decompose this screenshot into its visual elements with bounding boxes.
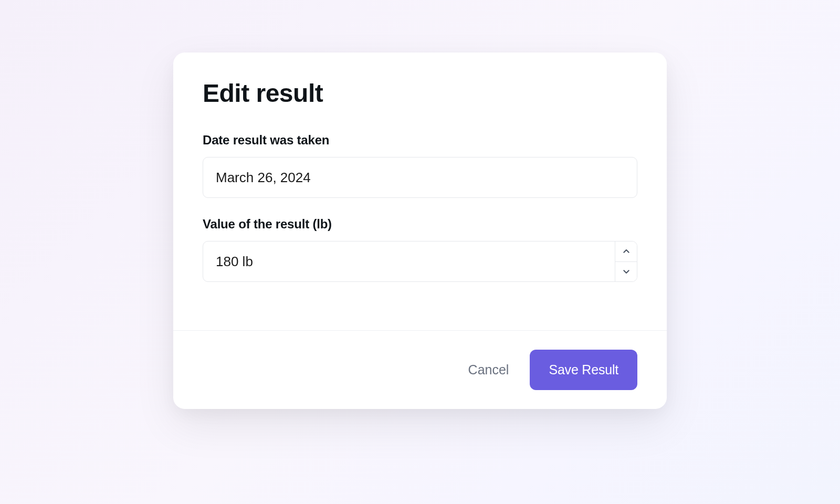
value-field-label: Value of the result (lb) — [203, 217, 637, 232]
value-field-group: Value of the result (lb) — [203, 217, 637, 282]
modal-body: Edit result Date result was taken Value … — [173, 52, 667, 330]
edit-result-modal: Edit result Date result was taken Value … — [173, 52, 667, 409]
modal-footer: Cancel Save Result — [173, 330, 667, 409]
stepper-down-button[interactable] — [615, 262, 637, 282]
value-stepper — [203, 241, 637, 282]
stepper-controls — [615, 242, 637, 281]
date-field-label: Date result was taken — [203, 133, 637, 148]
date-input[interactable] — [203, 157, 637, 198]
chevron-up-icon — [623, 248, 630, 255]
date-field-group: Date result was taken — [203, 133, 637, 198]
modal-title: Edit result — [203, 79, 637, 108]
cancel-button[interactable]: Cancel — [462, 355, 516, 385]
stepper-up-button[interactable] — [615, 242, 637, 262]
save-result-button[interactable]: Save Result — [530, 350, 637, 390]
chevron-down-icon — [623, 268, 630, 275]
value-input[interactable] — [203, 242, 615, 281]
